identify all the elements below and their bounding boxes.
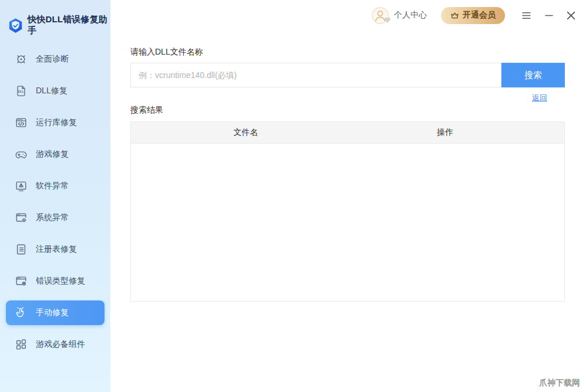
results-table: 文件名 操作 xyxy=(130,121,565,302)
gamepad-icon xyxy=(14,147,28,161)
app-window: 快快DLL错误修复助手 全面诊断 DLL xyxy=(0,0,586,392)
sidebar-item-label: 注册表修复 xyxy=(36,244,77,255)
shield-check-logo xyxy=(8,18,23,33)
back-row: 返回 xyxy=(130,92,565,103)
components-grid-icon xyxy=(14,337,28,352)
sidebar-item-game-components[interactable]: 游戏必备组件 xyxy=(6,332,105,357)
sidebar-menu: 全面诊断 DLL DLL修复 xyxy=(0,47,110,357)
results-label: 搜索结果 xyxy=(130,105,565,116)
sidebar-item-registry-repair[interactable]: 注册表修复 xyxy=(6,237,105,262)
sidebar-item-label: 错误类型修复 xyxy=(36,276,85,286)
crown-icon xyxy=(450,11,459,20)
sidebar-item-label: 软件异常 xyxy=(36,181,69,191)
search-button[interactable]: 搜索 xyxy=(501,63,565,87)
sidebar-item-label: 全面诊断 xyxy=(36,54,69,65)
sidebar-item-label: 游戏必备组件 xyxy=(36,339,85,350)
sidebar-item-game-repair[interactable]: 游戏修复 xyxy=(6,142,105,167)
content: 请输入DLL文件名称 搜索 返回 搜索结果 文件名 操作 xyxy=(110,31,586,302)
sidebar: 快快DLL错误修复助手 全面诊断 DLL xyxy=(0,0,110,392)
sidebar-item-error-type-repair[interactable]: 错误类型修复 xyxy=(6,269,105,293)
sidebar-item-label: DLL修复 xyxy=(36,86,68,96)
sidebar-item-manual-repair[interactable]: 手动修复 xyxy=(6,300,105,325)
error-type-window-icon xyxy=(14,274,28,288)
user-center-label: 个人中心 xyxy=(394,10,427,21)
column-header-operation: 操作 xyxy=(361,127,530,138)
sidebar-item-runtime-repair[interactable]: 运行库修复 xyxy=(6,110,105,135)
sidebar-item-system-error[interactable]: 系统异常 xyxy=(6,205,105,230)
minimize-button[interactable] xyxy=(545,11,553,19)
runtime-code-window-icon xyxy=(14,116,28,130)
diagnosis-target-icon xyxy=(14,52,28,66)
sidebar-item-dll-repair[interactable]: DLL DLL修复 xyxy=(6,79,105,103)
dll-file-icon: DLL xyxy=(14,84,28,98)
hand-pointer-icon xyxy=(14,306,28,320)
watermark-text: 爪神下载网 xyxy=(539,378,580,388)
sidebar-item-label: 手动修复 xyxy=(36,307,69,318)
user-center-button[interactable]: 个人中心 xyxy=(372,7,427,24)
registry-document-icon xyxy=(14,242,28,256)
sidebar-item-label: 系统异常 xyxy=(36,212,69,223)
topbar: 个人中心 开通会员 xyxy=(110,0,586,31)
input-label: 请输入DLL文件名称 xyxy=(130,47,565,58)
vip-button[interactable]: 开通会员 xyxy=(441,7,505,24)
sidebar-item-label: 运行库修复 xyxy=(36,117,77,128)
hamburger-menu-icon[interactable] xyxy=(521,12,531,19)
results-table-header: 文件名 操作 xyxy=(131,122,564,144)
svg-text:DLL: DLL xyxy=(18,90,24,93)
app-title: 快快DLL错误修复助手 xyxy=(28,14,110,36)
sidebar-item-full-diagnosis[interactable]: 全面诊断 xyxy=(6,47,105,72)
app-logo-row: 快快DLL错误修复助手 xyxy=(0,0,110,34)
sidebar-item-software-error[interactable]: 软件异常 xyxy=(6,174,105,198)
sidebar-item-label: 游戏修复 xyxy=(36,149,69,160)
vip-button-label: 开通会员 xyxy=(463,10,496,21)
main-area: 个人中心 开通会员 xyxy=(110,0,586,392)
column-header-filename: 文件名 xyxy=(131,127,361,138)
search-row: 搜索 xyxy=(130,63,565,87)
back-link[interactable]: 返回 xyxy=(532,93,547,102)
close-button[interactable] xyxy=(567,11,575,20)
dll-name-input[interactable] xyxy=(130,63,501,87)
system-gear-window-icon xyxy=(14,211,28,225)
window-controls xyxy=(521,11,575,20)
diamond-badge-icon xyxy=(384,16,391,25)
avatar xyxy=(372,7,389,24)
software-warning-icon xyxy=(14,179,28,193)
